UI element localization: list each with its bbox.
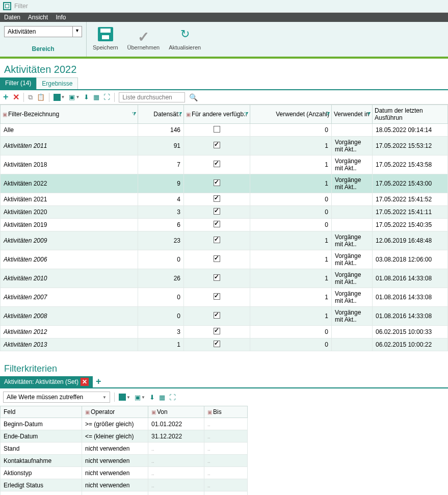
cell-from[interactable]: .. bbox=[148, 491, 204, 496]
criteria-tab-active[interactable]: Aktivitäten: Aktivitäten (Set) ✕ bbox=[0, 376, 93, 387]
cell-available[interactable] bbox=[184, 269, 250, 288]
criteria-row[interactable]: Erledigt Statusnicht verwenden.... bbox=[1, 479, 248, 491]
cell-available[interactable] bbox=[184, 288, 250, 307]
paste-icon[interactable]: 📋 bbox=[37, 93, 45, 101]
cell-available[interactable] bbox=[184, 307, 250, 326]
table-row[interactable]: Aktivitäten 20123006.02.2015 10:00:33 bbox=[1, 326, 448, 338]
cell-to[interactable]: .. bbox=[204, 467, 248, 479]
table-row[interactable]: Aktivitäten 2010261Vorgänge mit Akt..01.… bbox=[1, 269, 448, 288]
col-filter-name[interactable]: ▣Filter-Bezeichnung⧩ bbox=[1, 105, 138, 124]
filter-toggle-button[interactable]: ▣▼ bbox=[69, 93, 80, 101]
funnel-icon[interactable]: ⧩ bbox=[132, 111, 136, 117]
table-row[interactable]: Aktivitäten 2011911Vorgänge mit Akt..17.… bbox=[1, 137, 448, 155]
save-button[interactable]: Speichern bbox=[93, 25, 118, 54]
funnel-icon[interactable]: ⧩ bbox=[178, 111, 182, 117]
cell-operator[interactable]: <= (kleiner gleich) bbox=[82, 430, 148, 442]
criteria-mode-select[interactable]: Alle Werte müssen zutreffen ▼ bbox=[3, 392, 110, 403]
criteria-row[interactable]: Kontaktaufnahmenicht verwenden.... bbox=[1, 455, 248, 467]
cell-from[interactable]: .. bbox=[148, 455, 204, 467]
criteria-row[interactable]: Erledigt-Datumnicht verwenden.... bbox=[1, 491, 248, 496]
cell-available[interactable] bbox=[184, 206, 250, 219]
cell-available[interactable] bbox=[184, 137, 250, 155]
cell-to[interactable]: .. bbox=[204, 479, 248, 491]
menu-ansicht[interactable]: Ansicht bbox=[28, 14, 48, 21]
grid-view-icon[interactable]: ▦ bbox=[93, 93, 99, 101]
col-operator[interactable]: ▣Operator bbox=[82, 406, 148, 418]
table-row[interactable]: Aktivitäten 2009231Vorgänge mit Akt..12.… bbox=[1, 231, 448, 250]
funnel-icon[interactable]: ⧩ bbox=[366, 111, 371, 117]
cell-available[interactable] bbox=[184, 124, 250, 137]
cell-from[interactable]: .. bbox=[148, 442, 204, 455]
add-icon[interactable]: + bbox=[3, 92, 9, 102]
col-used-count[interactable]: Verwendet (Anzahl)⧩ bbox=[250, 105, 332, 124]
col-field[interactable]: Feld bbox=[1, 406, 82, 418]
cell-operator[interactable]: nicht verwenden bbox=[82, 442, 148, 455]
cell-available[interactable] bbox=[184, 250, 250, 269]
cell-to[interactable]: .. bbox=[204, 455, 248, 467]
col-to[interactable]: ▣Bis bbox=[204, 406, 248, 418]
tab-results[interactable]: Ergebnisse bbox=[36, 77, 78, 89]
col-records[interactable]: Datensät..⧩ bbox=[138, 105, 184, 124]
add-criteria-tab-icon[interactable]: + bbox=[93, 376, 104, 387]
cell-from[interactable]: 31.12.2022 bbox=[148, 430, 204, 442]
table-row[interactable]: Aktivitäten 202291Vorgänge mit Akt..17.0… bbox=[1, 174, 448, 193]
criteria-row[interactable]: Ende-Datum<= (kleiner gleich)31.12.2022.… bbox=[1, 430, 248, 442]
cell-from[interactable]: 01.01.2022 bbox=[148, 418, 204, 430]
table-row[interactable]: Aktivitäten 201871Vorgänge mit Akt..17.0… bbox=[1, 155, 448, 174]
cell-available[interactable] bbox=[184, 193, 250, 206]
cell-to[interactable]: .. bbox=[204, 491, 248, 496]
col-last-run[interactable]: Datum der letzten Ausführun bbox=[373, 105, 448, 124]
cell-to[interactable]: .. bbox=[204, 442, 248, 455]
cell-operator[interactable]: nicht verwenden bbox=[82, 467, 148, 479]
menu-info[interactable]: Info bbox=[56, 14, 66, 21]
cell-available[interactable] bbox=[184, 231, 250, 250]
criteria-row[interactable]: Beginn-Datum>= (größer gleich)01.01.2022… bbox=[1, 418, 248, 430]
cell-to[interactable]: .. bbox=[204, 430, 248, 442]
cell-from[interactable]: .. bbox=[148, 479, 204, 491]
tab-filter[interactable]: Filter (14) bbox=[0, 77, 36, 89]
cell-operator[interactable]: nicht verwenden bbox=[82, 455, 148, 467]
cell-operator[interactable]: >= (größer gleich) bbox=[82, 418, 148, 430]
cell-available[interactable] bbox=[184, 338, 250, 351]
cell-from[interactable]: .. bbox=[148, 467, 204, 479]
refresh-button[interactable]: ↻ Aktualisieren bbox=[169, 25, 201, 54]
cell-to[interactable]: .. bbox=[204, 418, 248, 430]
cell-available[interactable] bbox=[184, 219, 250, 231]
expand-icon[interactable]: ⛶ bbox=[103, 93, 110, 101]
cell-operator[interactable]: nicht verwenden bbox=[82, 479, 148, 491]
cell-available[interactable] bbox=[184, 155, 250, 174]
criteria-row[interactable]: Standnicht verwenden.... bbox=[1, 442, 248, 455]
grid-view-icon[interactable]: ▦ bbox=[159, 394, 165, 401]
table-row[interactable]: Aktivitäten 200701Vorgänge mit Akt..01.0… bbox=[1, 288, 448, 307]
table-row[interactable]: Aktivitäten 20131006.02.2015 10:00:22 bbox=[1, 338, 448, 351]
close-icon[interactable]: ✕ bbox=[81, 378, 89, 386]
table-row[interactable]: Aktivitäten 20214017.05.2022 15:41:52 bbox=[1, 193, 448, 206]
columns-button[interactable]: ▼ bbox=[54, 94, 65, 101]
copy-icon[interactable]: ⧉ bbox=[28, 93, 33, 101]
menu-daten[interactable]: Daten bbox=[4, 14, 20, 21]
table-row[interactable]: Aktivitäten 200601Vorgänge mit Akt..03.0… bbox=[1, 250, 448, 269]
col-from[interactable]: ▣Von bbox=[148, 406, 204, 418]
cell-available[interactable] bbox=[184, 326, 250, 338]
col-used-in[interactable]: Verwendet in⧩ bbox=[332, 105, 373, 124]
table-row[interactable]: Alle146018.05.2022 09:14:14 bbox=[1, 124, 448, 137]
delete-icon[interactable]: ✕ bbox=[13, 92, 19, 102]
col-available[interactable]: ▣Für andere verfügb..⧩ bbox=[184, 105, 250, 124]
apply-button[interactable]: Übernehmen bbox=[127, 25, 160, 54]
export-excel-icon[interactable]: ⬇ bbox=[149, 394, 155, 401]
export-excel-icon[interactable]: ⬇ bbox=[84, 93, 89, 101]
table-row[interactable]: Aktivitäten 20196017.05.2022 15:40:35 bbox=[1, 219, 448, 231]
funnel-icon[interactable]: ⧩ bbox=[326, 111, 330, 117]
criteria-row[interactable]: Aktionstypnicht verwenden.... bbox=[1, 467, 248, 479]
search-icon[interactable]: 🔍 bbox=[189, 93, 198, 101]
table-row[interactable]: Aktivitäten 20203017.05.2022 15:41:11 bbox=[1, 206, 448, 219]
area-select-dropdown-icon[interactable]: ▼ bbox=[73, 26, 82, 37]
columns-button[interactable]: ▼ bbox=[119, 394, 130, 401]
cell-operator[interactable]: nicht verwenden bbox=[82, 491, 148, 496]
area-select[interactable]: Aktivitäten ▼ bbox=[4, 26, 82, 37]
expand-icon[interactable]: ⛶ bbox=[169, 394, 176, 401]
cell-available[interactable] bbox=[184, 174, 250, 193]
table-row[interactable]: Aktivitäten 200801Vorgänge mit Akt..01.0… bbox=[1, 307, 448, 326]
funnel-icon[interactable]: ⧩ bbox=[244, 111, 248, 117]
filter-toggle-button[interactable]: ▣▼ bbox=[135, 394, 145, 401]
